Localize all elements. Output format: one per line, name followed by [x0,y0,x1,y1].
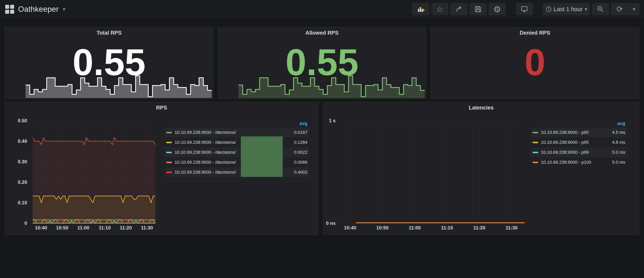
refresh-icon: ⟳ [616,5,623,13]
legend-series-color-icon[interactable] [532,152,538,153]
y-axis-tick: 0.30 [5,159,27,165]
time-range-label: Last 1 hour [554,6,582,12]
x-axis-tick: 10:40 [338,225,362,231]
x-axis-tick: 10:50 [50,225,74,231]
add-panel-button[interactable] [412,3,429,15]
legend-row[interactable]: 10.10.69.238:9000 - /decisions/0.0066 [164,157,310,167]
x-axis-tick: 10:40 [29,225,53,231]
panel-title[interactable]: Total RPS [5,30,213,36]
latencies-chart-area: 1 s0 ns10:4010:5011:0011:1011:2011:30 [323,102,534,235]
legend-avg-value: 4.5 ms [597,130,625,135]
legend-series-label[interactable]: 10.10.69.238:9000 - p100 [541,160,597,165]
panel-title[interactable]: Allowed RPS [218,30,426,36]
legend-avg-value: 0.1284 [280,140,308,145]
legend-series-color-icon[interactable] [166,162,172,163]
latencies-chart-canvas[interactable] [323,102,534,235]
refresh-button[interactable]: ⟳ [611,3,628,15]
time-range-caret-icon: ▾ [584,6,587,12]
zoom-out-icon [597,5,604,13]
panel-title[interactable]: RPS [5,105,318,111]
legend-series-label[interactable]: 10.10.69.238:9000 - p95 [541,140,597,145]
star-icon: ☆ [436,4,444,14]
legend-row[interactable]: 10.10.69.238:9000 - /decisions/0.1284 [164,137,310,147]
y-axis-tick: 0 [5,220,27,227]
y-axis-tick: 0 ns [323,220,336,227]
stat-value: 0.55 [218,41,426,84]
x-axis-tick: 11:30 [135,225,159,231]
x-axis-tick: 11:00 [72,225,95,231]
green-overlay-box [241,136,283,177]
x-axis-tick: 10:50 [370,225,394,231]
panel-title[interactable]: Latencies [323,105,639,111]
legend-avg-value: 5.0 ms [597,150,625,155]
dashboard-title[interactable]: Oathkeeper [18,5,59,13]
latencies-legend: avg 10.10.69.238:9000 - p904.5 ms10.10.6… [530,119,627,167]
legend-avg-header[interactable]: avg [530,119,627,127]
rps-legend: avg 10.10.69.238:9000 - /decisions/0.016… [164,119,310,177]
top-navbar: Oathkeeper ▾ ☆ [0,0,644,18]
y-axis-tick: 0.20 [5,179,27,185]
save-button[interactable] [470,3,487,15]
legend-avg-value: 0.0066 [280,160,308,165]
x-axis-tick: 11:20 [114,225,138,231]
clock-icon [546,6,552,12]
x-axis-tick: 11:30 [500,225,524,231]
legend-row[interactable]: 10.10.69.238:9000 - /decisions/0.4002 [164,167,310,177]
panel-title[interactable]: Denied RPS [431,30,639,36]
legend-series-color-icon[interactable] [166,172,172,173]
legend-row[interactable]: 10.10.69.238:9000 - p1005.0 ms [530,157,627,167]
y-axis-tick: 0.40 [5,138,27,144]
y-axis-tick: 1 s [323,117,336,124]
dashboard-grid-icon[interactable] [5,5,14,14]
x-axis-tick: 11:10 [93,225,117,231]
zoom-out-button[interactable] [592,3,609,15]
legend-series-color-icon[interactable] [166,132,172,133]
dashboard-title-caret-icon[interactable]: ▾ [63,6,66,12]
rps-chart-area: 0.500.400.300.200.10010:4010:5011:0011:1… [5,102,162,235]
panel-latencies-graph: Latencies 1 s0 ns10:4010:5011:0011:1011:… [323,102,640,235]
y-axis-tick: 0.10 [5,200,27,206]
gear-icon: ⚙ [493,4,501,14]
dashboard-grid: Total RPS 0.55 Allowed RPS 0.55 Denied R… [4,27,640,235]
legend-series-color-icon[interactable] [532,162,538,163]
panel-total-rps: Total RPS 0.55 [4,27,214,99]
settings-button[interactable]: ⚙ [489,3,506,15]
time-range-picker[interactable]: Last 1 hour ▾ [543,3,590,15]
legend-series-label[interactable]: 10.10.69.238:9000 - /decisions/ [175,130,280,135]
legend-avg-value: 0.0022 [280,150,308,155]
legend-series-color-icon[interactable] [166,142,172,143]
legend-series-color-icon[interactable] [532,132,538,133]
x-axis-tick: 11:20 [467,225,491,231]
legend-series-color-icon[interactable] [532,142,538,143]
save-icon [475,6,482,12]
legend-series-color-icon[interactable] [166,152,172,153]
cycle-view-button[interactable] [516,3,533,15]
panel-allowed-rps: Allowed RPS 0.55 [218,27,426,99]
y-axis-tick: 0.50 [5,117,27,124]
stat-value: 0 [431,41,639,84]
rps-chart-canvas[interactable] [5,102,162,235]
share-button[interactable] [450,3,468,15]
legend-row[interactable]: 10.10.69.238:9000 - /decisions/0.0167 [164,127,310,137]
star-button[interactable]: ☆ [431,3,448,15]
share-icon [456,5,462,13]
refresh-interval-button[interactable]: ▾ [628,3,640,15]
legend-series-label[interactable]: 10.10.69.238:9000 - p99 [541,150,597,155]
legend-avg-header[interactable]: avg [164,119,310,127]
panel-denied-rps: Denied RPS 0 [430,27,640,99]
legend-row[interactable]: 10.10.69.238:9000 - /decisions/0.0022 [164,147,310,157]
x-axis-tick: 11:10 [435,225,459,231]
legend-row[interactable]: 10.10.69.238:9000 - p995.0 ms [530,147,627,157]
legend-series-label[interactable]: 10.10.69.238:9000 - p90 [541,130,597,135]
legend-row[interactable]: 10.10.69.238:9000 - p904.5 ms [530,127,627,137]
tv-icon [520,5,528,13]
refresh-caret-icon: ▾ [633,6,635,12]
legend-avg-value: 4.8 ms [597,140,625,145]
legend-avg-value: 0.0167 [280,130,308,135]
legend-avg-value: 0.4002 [280,170,308,175]
legend-row[interactable]: 10.10.69.238:9000 - p954.8 ms [530,137,627,147]
legend-avg-value: 5.0 ms [597,160,625,165]
x-axis-tick: 11:00 [403,225,427,231]
stat-value: 0.55 [5,41,213,84]
